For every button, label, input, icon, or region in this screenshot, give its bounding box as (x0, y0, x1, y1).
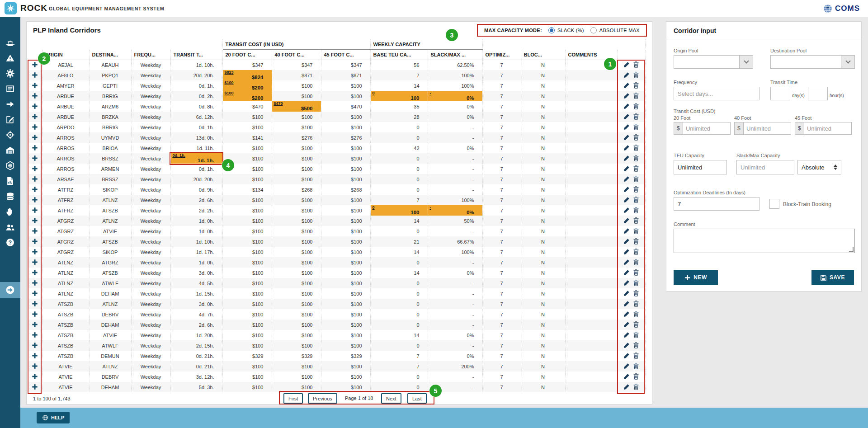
radio-selected-icon[interactable] (548, 27, 555, 33)
cost-20-foot-input[interactable] (683, 122, 730, 134)
sidebar-item-logout[interactable] (0, 282, 20, 298)
edit-row-button[interactable] (623, 280, 630, 287)
transit-hours-input[interactable] (808, 87, 828, 100)
edit-row-button[interactable] (623, 145, 630, 152)
delete-row-button[interactable] (633, 321, 639, 329)
new-button[interactable]: NEW (674, 270, 718, 285)
delete-row-button[interactable] (633, 72, 639, 79)
add-corridor-row-button[interactable] (28, 299, 42, 309)
edit-row-button[interactable] (623, 290, 630, 297)
delete-row-button[interactable] (633, 342, 639, 349)
col-frequency[interactable]: FREQU... (131, 49, 170, 60)
delete-row-button[interactable] (633, 353, 639, 360)
delete-row-button[interactable] (633, 93, 639, 100)
add-corridor-row-button[interactable] (28, 340, 42, 351)
delete-row-button[interactable] (633, 249, 639, 256)
help-button[interactable]: HELP (37, 412, 70, 423)
edit-row-button[interactable] (623, 197, 630, 204)
add-corridor-row-button[interactable] (28, 143, 42, 153)
edit-row-button[interactable] (623, 269, 630, 277)
delete-row-button[interactable] (633, 238, 639, 245)
add-corridor-row-button[interactable] (28, 320, 42, 330)
edit-row-button[interactable] (623, 342, 630, 349)
teu-capacity-input[interactable] (674, 160, 727, 174)
sidebar-item-database[interactable] (0, 190, 20, 203)
edit-row-button[interactable] (623, 301, 630, 308)
edit-row-button[interactable] (623, 134, 630, 141)
col-block[interactable]: BLOC... (521, 49, 565, 60)
col-base-teu-capacity[interactable]: BASE TEU CA... (370, 49, 428, 60)
radio-unselected-icon[interactable] (590, 27, 597, 33)
add-corridor-row-button[interactable] (28, 288, 42, 299)
edit-row-button[interactable] (623, 311, 630, 318)
edit-row-button[interactable] (623, 93, 630, 100)
delete-row-button[interactable] (633, 186, 639, 193)
delete-row-button[interactable] (633, 165, 639, 173)
delete-row-button[interactable] (633, 311, 639, 318)
sidebar-item-reports[interactable] (0, 174, 20, 188)
delete-row-button[interactable] (633, 269, 639, 277)
delete-row-button[interactable] (633, 384, 639, 391)
cost-40-foot-input[interactable] (744, 122, 791, 134)
sidebar-item-edit[interactable] (0, 113, 20, 127)
block-train-booking-checkbox[interactable] (769, 199, 779, 209)
delete-row-button[interactable] (633, 363, 639, 370)
add-corridor-row-button[interactable] (28, 216, 42, 226)
delete-row-button[interactable] (633, 134, 639, 141)
edit-row-button[interactable] (623, 373, 630, 381)
delete-row-button[interactable] (633, 82, 639, 89)
delete-row-button[interactable] (633, 197, 639, 204)
sidebar-item-network[interactable] (0, 159, 20, 173)
delete-row-button[interactable] (633, 280, 639, 287)
sidebar-item-help[interactable]: ? (0, 236, 20, 249)
col-45-foot-cost[interactable]: 45 FOOT C... (321, 49, 370, 60)
edit-row-button[interactable] (623, 124, 630, 131)
origin-pool-select[interactable] (674, 55, 753, 69)
edit-row-button[interactable] (623, 61, 630, 69)
edit-row-button[interactable] (623, 207, 630, 214)
slack-max-capacity-input[interactable] (736, 160, 794, 174)
add-corridor-row-button[interactable] (28, 257, 42, 268)
add-corridor-row-button[interactable] (28, 70, 42, 80)
add-corridor-row-button[interactable] (28, 101, 42, 112)
add-corridor-row-button[interactable] (28, 153, 42, 164)
edit-row-button[interactable] (623, 72, 630, 79)
previous-page-button[interactable]: Previous (308, 393, 337, 404)
sidebar-item-alerts[interactable] (0, 52, 20, 65)
add-corridor-row-button[interactable] (28, 236, 42, 247)
edit-row-button[interactable] (623, 238, 630, 245)
save-button[interactable]: SAVE (811, 270, 854, 285)
add-corridor-row-button[interactable] (28, 278, 42, 288)
slack-percent-radio[interactable]: SLACK (%) (548, 27, 584, 33)
edit-row-button[interactable] (623, 228, 630, 235)
add-corridor-row-button[interactable] (28, 205, 42, 216)
col-transit-time[interactable]: TRANSIT T... (170, 49, 222, 60)
sidebar-item-handling[interactable] (0, 205, 20, 219)
add-corridor-row-button[interactable] (28, 91, 42, 101)
transit-days-input[interactable] (770, 87, 790, 100)
delete-row-button[interactable] (633, 113, 639, 121)
edit-row-button[interactable] (623, 217, 630, 225)
sidebar-item-users[interactable] (0, 221, 20, 234)
slack-mode-select[interactable]: Absolute (797, 160, 841, 174)
edit-row-button[interactable] (623, 249, 630, 256)
sidebar-item-settings[interactable] (0, 67, 20, 80)
delete-row-button[interactable] (633, 332, 639, 339)
edit-row-button[interactable] (623, 384, 630, 391)
add-corridor-row-button[interactable] (28, 268, 42, 278)
add-corridor-row-button[interactable] (28, 247, 42, 257)
col-destination[interactable]: DESTINA... (89, 49, 131, 60)
resize-grip-icon[interactable] (849, 247, 854, 252)
cost-45-foot-input[interactable] (804, 122, 851, 134)
last-page-button[interactable]: Last (407, 393, 427, 404)
first-page-button[interactable]: First (283, 393, 303, 404)
col-optimization[interactable]: OPTIMIZ... (482, 49, 521, 60)
add-corridor-row-button[interactable] (28, 361, 42, 372)
add-corridor-row-button[interactable] (28, 382, 42, 392)
add-corridor-row-button[interactable] (28, 195, 42, 205)
add-corridor-row-button[interactable] (28, 184, 42, 195)
col-slack-max[interactable]: SLACK/MAX ... (428, 49, 482, 60)
add-corridor-row-button[interactable] (28, 351, 42, 361)
edit-row-button[interactable] (623, 186, 630, 193)
edit-row-button[interactable] (623, 113, 630, 121)
